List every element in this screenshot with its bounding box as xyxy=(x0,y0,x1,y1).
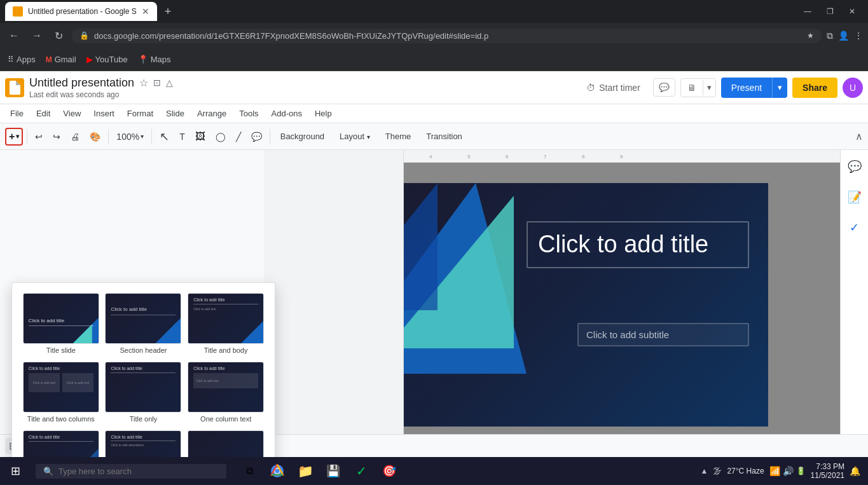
comment-tool-btn[interactable]: 💬 xyxy=(247,129,266,144)
bookmark-maps[interactable]: 📍 Maps xyxy=(138,55,171,64)
presentation-title[interactable]: Untitled presentation xyxy=(29,76,134,90)
taskbar-app-check[interactable]: ✓ xyxy=(348,458,374,484)
header-right: ⏱ Start timer 💬 🖥 ▾ Present ▾ Share U xyxy=(579,78,863,98)
menu-icon[interactable]: ⋮ xyxy=(854,31,863,41)
tasks-panel-icon[interactable]: ✓ xyxy=(843,216,866,239)
url-bar[interactable]: 🔒 docs.google.com/presentation/d/1eGTXE6… xyxy=(72,29,822,43)
thumb-shape-blue-2 xyxy=(155,318,181,343)
toolbar-separator-4 xyxy=(270,129,270,144)
taskbar-app-custom[interactable]: 🎯 xyxy=(376,458,402,484)
system-clock[interactable]: 7:33 PM 11/5/2021 xyxy=(811,462,844,480)
menu-edit[interactable]: Edit xyxy=(31,107,55,120)
maps-icon: 📍 xyxy=(138,55,148,64)
slide-view-controls xyxy=(269,155,398,160)
active-tab[interactable]: Untitled presentation - Google S ✕ xyxy=(5,2,157,21)
print-btn[interactable]: 🖨 xyxy=(67,129,83,144)
theme-button[interactable]: Theme xyxy=(379,129,417,144)
profile-icon[interactable]: 👤 xyxy=(838,31,849,41)
window-controls: — ❐ ✕ xyxy=(796,4,863,18)
speaker-notes-icon-btn[interactable]: 💬 xyxy=(653,78,675,97)
volume-icon[interactable]: 🔊 xyxy=(783,466,794,476)
bookmark-apps[interactable]: ⠿ Apps xyxy=(8,55,36,64)
layout-item-title-only[interactable]: Click to add title Title only xyxy=(105,362,183,423)
share-button[interactable]: Share xyxy=(792,78,837,98)
layout-label-title-body: Title and body xyxy=(204,346,248,354)
taskbar-search-input[interactable] xyxy=(59,467,217,476)
taskbar: ⊞ 🔍 ⧉ 📁 💾 ✓ 🎯 ▲ 🌫 27°C Haze xyxy=(0,457,868,485)
slide-subtitle-text: Click to add subtitle xyxy=(586,329,740,340)
layout-item-section-header[interactable]: Click to add title Section header xyxy=(105,293,183,354)
menu-tools[interactable]: Tools xyxy=(234,107,263,120)
paint-format-btn[interactable]: 🎨 xyxy=(86,129,104,144)
layout-item-title-two-cols[interactable]: Click to add title Click to add text Cli… xyxy=(22,362,100,423)
user-avatar[interactable]: U xyxy=(843,78,863,98)
layout-button[interactable]: Layout ▾ xyxy=(333,129,376,144)
menu-addons[interactable]: Add-ons xyxy=(266,107,307,120)
start-button[interactable]: ⊞ xyxy=(0,457,31,485)
undo-btn[interactable]: ↩ xyxy=(31,129,46,144)
transition-button[interactable]: Transition xyxy=(420,129,469,144)
close-btn[interactable]: ✕ xyxy=(841,4,863,18)
taskbar-search-bar[interactable]: 🔍 xyxy=(36,464,226,479)
layout-item-one-col[interactable]: Click to add title Click to add text One… xyxy=(187,362,265,423)
zoom-btn[interactable]: 100% ▾ xyxy=(113,129,148,144)
menu-slide[interactable]: Slide xyxy=(161,107,189,120)
slide-title-textbox[interactable]: Click to add title xyxy=(527,221,749,268)
taskbar-app-unknown1[interactable]: 💾 xyxy=(320,458,346,484)
layout-item-title-body[interactable]: Click to add title Click to add text Tit… xyxy=(187,293,265,354)
present-options-btn[interactable]: 🖥 xyxy=(681,79,703,97)
menu-view[interactable]: View xyxy=(58,107,86,120)
tab-close-btn[interactable]: ✕ xyxy=(142,6,149,17)
redo-btn[interactable]: ↪ xyxy=(49,129,64,144)
text-tool-btn[interactable]: T xyxy=(176,129,189,144)
collapse-toolbar-btn[interactable]: ∧ xyxy=(855,130,863,142)
layout-item-title-slide[interactable]: Click to add title Title slide xyxy=(22,293,100,354)
slides-header: Untitled presentation ☆ ⊡ △ Last edit wa… xyxy=(0,71,868,104)
add-slide-button[interactable]: + ▾ xyxy=(5,128,23,146)
start-timer-button[interactable]: ⏱ Start timer xyxy=(579,79,648,97)
layout-thumb-title-slide: Click to add title xyxy=(23,293,99,344)
clock-time: 7:33 PM xyxy=(811,462,844,471)
network-icon[interactable]: 📶 xyxy=(769,466,780,476)
present-button[interactable]: Present xyxy=(721,78,772,98)
image-tool-btn[interactable]: 🖼 xyxy=(191,128,209,145)
slide-subtitle-textbox[interactable]: Click to add subtitle xyxy=(577,323,749,346)
slides-logo xyxy=(5,78,24,97)
shapes-tool-btn[interactable]: ◯ xyxy=(212,129,230,144)
layout-label-section-header: Section header xyxy=(120,346,167,354)
svg-point-18 xyxy=(275,469,280,474)
present-dropdown-arrow[interactable]: ▾ xyxy=(772,78,787,98)
forward-btn[interactable]: → xyxy=(28,27,46,44)
line-tool-btn[interactable]: ╱ xyxy=(232,129,245,144)
search-icon: 🔍 xyxy=(43,467,53,476)
menu-file[interactable]: File xyxy=(5,107,29,120)
reload-btn[interactable]: ↻ xyxy=(51,27,67,44)
bookmark-gmail[interactable]: M Gmail xyxy=(46,55,76,64)
menu-help[interactable]: Help xyxy=(310,107,337,120)
star-icon[interactable]: ☆ xyxy=(139,77,148,89)
menu-arrange[interactable]: Arrange xyxy=(192,107,231,120)
minimize-btn[interactable]: — xyxy=(796,4,819,18)
back-btn[interactable]: ← xyxy=(5,27,23,44)
taskbar-app-file-explorer[interactable]: 📁 xyxy=(293,458,318,484)
chat-panel-icon[interactable]: 💬 xyxy=(843,155,866,178)
last-edit-text: Last edit was seconds ago xyxy=(29,90,119,99)
svg-text:5: 5 xyxy=(467,154,471,160)
extensions-icon[interactable]: ⧉ xyxy=(827,31,833,41)
present-dropdown-btn[interactable]: ▾ xyxy=(703,79,715,96)
new-tab-button[interactable]: + xyxy=(160,3,177,21)
layout-dropdown-icon: ▾ xyxy=(367,133,370,140)
notification-center-btn[interactable]: 🔔 xyxy=(850,466,860,476)
taskbar-app-chrome[interactable] xyxy=(265,458,290,484)
maximize-btn[interactable]: ❐ xyxy=(819,4,841,18)
select-tool-btn[interactable]: ↖ xyxy=(156,127,173,146)
tray-icon-1[interactable]: ▲ xyxy=(701,467,708,475)
notes-panel-icon[interactable]: 📝 xyxy=(843,186,866,208)
task-view-btn[interactable]: ⧉ xyxy=(237,458,262,484)
bookmark-youtube[interactable]: ▶ YouTube xyxy=(86,55,128,64)
weather-text: 27°C Haze xyxy=(727,467,764,475)
browser-chrome: Untitled presentation - Google S ✕ + — ❐… xyxy=(0,0,868,71)
background-button[interactable]: Background xyxy=(274,129,331,144)
menu-insert[interactable]: Insert xyxy=(88,107,120,120)
menu-format[interactable]: Format xyxy=(122,107,158,120)
